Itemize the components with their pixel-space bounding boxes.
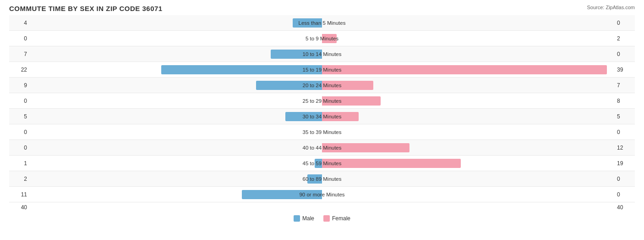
male-bar-wrap [30,96,322,106]
female-bar [322,159,461,168]
female-bar-wrap [322,128,614,137]
male-bar-wrap [30,112,322,121]
chart-row: 260 to 89 Minutes0 [9,171,635,187]
male-bar-wrap [30,159,322,168]
female-bar-wrap [322,50,614,59]
male-bar-wrap [30,81,322,90]
row-label: 40 to 44 Minutes [302,145,341,151]
female-bar-wrap [322,112,614,121]
chart-row: 4Less than 5 Minutes0 [9,15,635,31]
female-value: 12 [614,145,635,151]
female-bar-wrap [322,34,614,43]
male-value: 7 [9,51,30,57]
male-bar [161,65,322,74]
chart-row: 1190 or more Minutes0 [9,187,635,202]
row-label: 5 to 9 Minutes [306,36,338,41]
bars-center: 35 to 39 Minutes [30,124,614,140]
bars-center: 25 to 29 Minutes [30,93,614,108]
row-label: 35 to 39 Minutes [302,129,341,135]
row-label: 20 to 24 Minutes [302,83,341,88]
chart-row: 710 to 14 Minutes0 [9,46,635,62]
male-bar-wrap [30,128,322,137]
female-bar-wrap [322,190,614,199]
female-bar-wrap [322,96,614,106]
row-label: 90 or more Minutes [299,192,344,197]
legend-female: Female [323,215,350,222]
female-value: 0 [614,20,635,26]
female-bar-wrap [322,65,614,74]
bars-center: 5 to 9 Minutes [30,31,614,46]
male-value: 9 [9,82,30,89]
bars-center: 40 to 44 Minutes [30,140,614,155]
chart-row: 920 to 24 Minutes7 [9,78,635,93]
female-value: 7 [614,82,635,89]
chart-container: COMMUTE TIME BY SEX IN ZIP CODE 36071 So… [0,0,644,240]
bars-center: 90 or more Minutes [30,187,614,202]
axis-left-label: 40 [9,204,30,211]
male-value: 22 [9,67,30,73]
row-label: Less than 5 Minutes [299,20,346,26]
chart-legend: Male Female [9,215,635,222]
bars-center: 30 to 34 Minutes [30,109,614,124]
chart-area: 4Less than 5 Minutes005 to 9 Minutes2710… [9,15,635,202]
chart-row: 025 to 29 Minutes8 [9,93,635,109]
female-value: 5 [614,113,635,120]
male-value: 4 [9,20,30,26]
row-label: 60 to 89 Minutes [302,176,341,182]
row-label: 45 to 59 Minutes [302,161,341,166]
chart-row: 530 to 34 Minutes5 [9,109,635,124]
chart-row: 035 to 39 Minutes0 [9,124,635,140]
female-value: 0 [614,129,635,135]
legend-female-label: Female [332,215,350,222]
source-label: Source: ZipAtlas.com [587,5,635,10]
bars-center: 10 to 14 Minutes [30,46,614,61]
legend-female-box [323,215,330,222]
female-value: 0 [614,191,635,198]
female-value: 39 [614,67,635,73]
row-label: 10 to 14 Minutes [302,51,341,57]
row-label: 25 to 29 Minutes [302,98,341,104]
chart-row: 040 to 44 Minutes12 [9,140,635,156]
bars-center: 45 to 59 Minutes [30,156,614,171]
legend-male-box [294,215,300,222]
bars-center: 60 to 89 Minutes [30,171,614,186]
male-value: 1 [9,160,30,167]
female-bar-wrap [322,159,614,168]
female-value: 19 [614,160,635,167]
male-value: 0 [9,98,30,104]
female-value: 0 [614,51,635,57]
male-bar-wrap [30,190,322,199]
female-bar-wrap [322,174,614,184]
female-bar-wrap [322,18,614,28]
male-bar-wrap [30,34,322,43]
male-bar-wrap [30,50,322,59]
male-bar-wrap [30,174,322,184]
male-bar-wrap [30,18,322,28]
chart-row: 05 to 9 Minutes2 [9,31,635,46]
male-value: 0 [9,145,30,151]
female-bar-wrap [322,143,614,152]
male-value: 2 [9,176,30,182]
female-value: 8 [614,98,635,104]
chart-row: 145 to 59 Minutes19 [9,156,635,171]
male-bar-wrap [30,143,322,152]
female-bar-wrap [322,81,614,90]
female-value: 2 [614,35,635,42]
axis-row: 40 40 [9,202,635,212]
female-bar [322,65,607,74]
legend-male-label: Male [302,215,314,222]
legend-male: Male [294,215,314,222]
axis-right-label: 40 [614,204,635,211]
male-value: 5 [9,113,30,120]
male-value: 0 [9,35,30,42]
row-label: 15 to 19 Minutes [302,67,341,73]
female-value: 0 [614,176,635,182]
chart-row: 2215 to 19 Minutes39 [9,62,635,78]
row-label: 30 to 34 Minutes [302,114,341,119]
bars-center: Less than 5 Minutes [30,15,614,30]
bars-center: 15 to 19 Minutes [30,62,614,77]
male-value: 11 [9,191,30,198]
male-value: 0 [9,129,30,135]
bars-center: 20 to 24 Minutes [30,78,614,93]
male-bar-wrap [30,65,322,74]
